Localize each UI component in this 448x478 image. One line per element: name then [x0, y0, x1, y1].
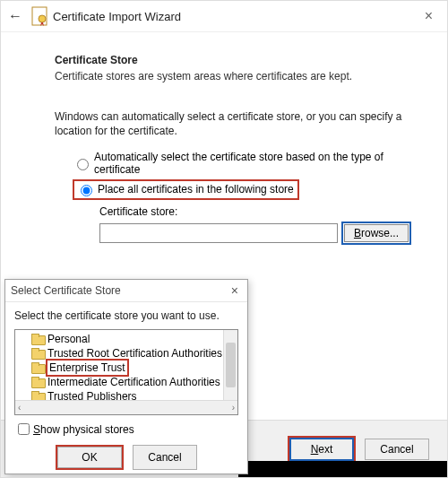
show-physical-stores-checkbox[interactable]: Show physical stores: [14, 421, 238, 438]
store-tree[interactable]: Personal Trusted Root Certification Auth…: [14, 329, 238, 415]
titlebar: ← Certificate Import Wizard ×: [1, 1, 447, 32]
select-store-dialog: Select Certificate Store × Select the ce…: [4, 279, 248, 474]
modal-close-icon[interactable]: ×: [228, 283, 242, 298]
folder-icon: [31, 377, 44, 387]
cancel-button[interactable]: Cancel: [365, 439, 429, 460]
tree-item-intermediate[interactable]: Intermediate Certification Authorities: [31, 375, 237, 389]
folder-icon: [31, 362, 44, 373]
tree-item-personal[interactable]: Personal: [31, 332, 237, 346]
modal-cancel-button[interactable]: Cancel: [133, 445, 197, 470]
radio-auto-label: Automatically select the certificate sto…: [94, 151, 411, 176]
radio-auto-select[interactable]: Automatically select the certificate sto…: [73, 151, 411, 176]
wizard-title: Certificate Import Wizard: [53, 10, 181, 23]
folder-icon: [31, 334, 44, 344]
certificate-store-input[interactable]: [99, 223, 338, 243]
modal-titlebar: Select Certificate Store ×: [5, 280, 247, 302]
browse-button[interactable]: Browse...: [344, 224, 409, 242]
next-highlight: Next: [288, 436, 356, 463]
section-heading: Certificate Store: [55, 54, 411, 66]
modal-instruction: Select the certificate store you want to…: [14, 309, 238, 322]
close-icon[interactable]: ×: [418, 8, 440, 24]
modal-title: Select Certificate Store: [11, 284, 121, 297]
folder-icon: [31, 348, 44, 359]
wizard-window: ← Certificate Import Wizard × Certificat…: [1, 1, 447, 477]
section-sub: Certificate stores are system areas wher…: [55, 70, 411, 83]
bottom-black-strip: [238, 461, 447, 477]
content-area: Certificate Store Certificate stores are…: [1, 32, 447, 254]
store-label: Certificate store:: [99, 205, 411, 218]
tree-item-enterprise-trust[interactable]: Enterprise Trust: [31, 361, 237, 375]
browse-highlight: Browse...: [341, 222, 411, 245]
svg-point-1: [39, 15, 46, 22]
auto-select-description: Windows can automatically select a certi…: [55, 109, 411, 138]
back-icon[interactable]: ←: [8, 8, 22, 24]
ok-highlight: OK: [56, 445, 124, 470]
radio-place-all[interactable]: Place all certificates in the following …: [73, 179, 299, 200]
tree-scrollbar-horizontal[interactable]: ‹›: [15, 400, 237, 414]
radio-place-label: Place all certificates in the following …: [98, 183, 294, 196]
certificate-icon: [31, 6, 47, 26]
tree-scrollbar-vertical[interactable]: [223, 330, 237, 400]
ok-button[interactable]: OK: [57, 447, 122, 468]
next-button[interactable]: Next: [289, 438, 354, 461]
